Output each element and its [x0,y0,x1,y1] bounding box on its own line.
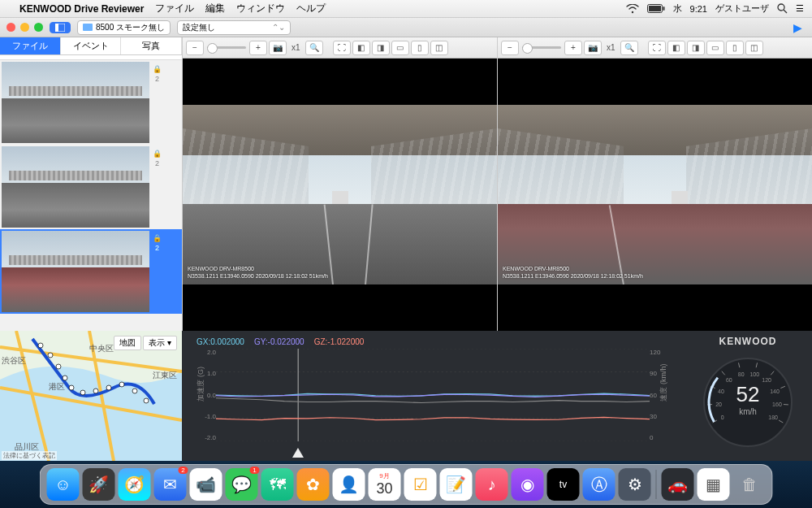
minimize-window-icon[interactable] [20,23,29,32]
speed-value: 52 [736,382,760,407]
mail-icon[interactable]: ✉2 [154,468,187,501]
menu-edit[interactable]: 編集 [205,2,225,15]
map-panel[interactable]: 港区 中央区 江東区 渋谷区 品川区 地図 表示 ▾ 法律に基づく表記 [0,331,182,461]
finder-icon[interactable]: ☺ [47,468,80,501]
thumbnail-item[interactable]: 🔒2 [0,60,182,145]
menu-help[interactable]: ヘルプ [296,2,326,15]
gz-value: GZ:-1.022000 [314,337,365,346]
folder-selector[interactable]: 8500 スモーク無し [77,20,171,35]
contacts-icon[interactable]: 👤 [333,468,365,501]
thumbnail-image [2,62,149,143]
close-window-icon[interactable] [6,23,15,32]
control-center-icon[interactable]: ☰ [796,3,804,14]
tv-icon[interactable]: tv [547,468,580,501]
layout-5-button[interactable]: ◫ [430,41,448,55]
music-icon[interactable]: ♪ [476,468,508,501]
menubar-day: 水 [673,2,682,15]
video-overlay: KENWOOD DRV-MR8500 N3538.1211 E13946.059… [188,266,328,280]
thumbnail-image [2,231,149,312]
zoom-reset-button[interactable]: 🔍 [620,41,638,55]
menu-file[interactable]: ファイル [155,2,194,15]
thumbnail-item-selected[interactable]: 🔒2 [0,229,182,314]
menubar-user[interactable]: ゲストユーザ [715,2,769,15]
layout-1-button[interactable]: ◧ [352,41,370,55]
layout-2-button[interactable]: ◨ [687,41,705,55]
photos-icon[interactable]: ✿ [297,468,330,501]
tab-file[interactable]: ファイル [0,37,61,54]
wifi-icon[interactable] [626,4,639,14]
drive-reviewer-dock-icon[interactable]: 🚗 [662,468,694,501]
spotlight-icon[interactable] [777,3,788,14]
svg-point-4 [778,4,784,11]
facetime-icon[interactable]: 📹 [190,468,222,501]
map-legal[interactable]: 法律に基づく表記 [2,451,57,460]
svg-point-11 [56,364,61,369]
svg-point-0 [631,11,633,12]
zoom-slider[interactable] [207,46,246,49]
stickies-icon[interactable]: ▦ [698,468,730,501]
layout-2-button[interactable]: ◨ [372,41,390,55]
fullscreen-button[interactable]: ⛶ [333,41,351,55]
maps-icon[interactable]: 🗺 [261,468,294,501]
video-frame-front[interactable]: KENWOOD DRV-MR8500 N3538.1211 E13946.059… [183,59,497,331]
layout-3-button[interactable]: ▭ [391,41,409,55]
lock-icon[interactable]: 🔒 [153,234,162,242]
snapshot-button[interactable]: 📷 [584,41,602,55]
video-toolbar: − + 📷 x1 🔍 ⛶ ◧ ◨ ▭ ▯ ◫ [183,37,497,59]
setting-dropdown[interactable]: 設定無し ⌃⌄ [177,20,291,35]
appstore-icon[interactable]: Ⓐ [583,468,615,501]
play-button[interactable]: ▶ [790,21,806,34]
map-display-button[interactable]: 表示 ▾ [143,336,177,350]
svg-rect-2 [649,6,661,11]
folder-name: 8500 スモーク無し [96,22,165,33]
battery-icon[interactable] [647,4,665,13]
map-type-button[interactable]: 地図 [114,336,141,350]
zoom-out-button[interactable]: − [186,41,204,55]
video-panel-rear: − + 📷 x1 🔍 ⛶ ◧ ◨ ▭ ▯ ◫ [497,37,812,331]
app-name[interactable]: KENWOOD Drive Reviewer [19,3,144,15]
trash-icon[interactable]: 🗑 [733,468,766,501]
zoom-in-button[interactable]: + [564,41,582,55]
lock-icon[interactable]: 🔒 [153,150,162,158]
lock-icon[interactable]: 🔒 [153,65,162,73]
messages-icon[interactable]: 💬1 [226,468,258,501]
menu-window[interactable]: ウィンドウ [236,2,285,15]
tab-event[interactable]: イベント [61,37,122,54]
macos-dock[interactable]: ☺ 🚀 🧭 ✉2 📹 💬1 🗺 ✿ 👤 9月30 ☑ 📝 ♪ ◉ tv Ⓐ ⚙ … [40,464,773,505]
video-frame-rear[interactable]: KENWOOD DRV-MR8500 N3538.1211 E13946.059… [498,59,812,331]
svg-point-15 [93,389,98,393]
reminders-icon[interactable]: ☑ [404,468,437,501]
launchpad-icon[interactable]: 🚀 [83,468,115,501]
speedometer: KENWOOD 020406080100120140160180 52 km/h [684,331,812,461]
gsensor-chart[interactable]: GX:0.002000 GY:-0.022000 GZ:-1.022000 加速… [182,331,684,461]
safari-icon[interactable]: 🧭 [119,468,151,501]
thumb-badge: 2 [155,75,159,83]
svg-point-9 [38,343,43,348]
calendar-icon[interactable]: 9月30 [369,468,401,501]
layout-1-button[interactable]: ◧ [667,41,685,55]
layout-4-button[interactable]: ▯ [411,41,429,55]
gy-value: GY:-0.022000 [254,337,304,346]
zoom-window-icon[interactable] [34,23,43,32]
y-ticks-left: 2.01.00.0-1.0-2.0 [200,349,216,441]
tab-photo[interactable]: 写真 [121,37,182,54]
traffic-lights[interactable] [6,23,43,32]
layout-3-button[interactable]: ▭ [706,41,724,55]
podcasts-icon[interactable]: ◉ [512,468,544,501]
sidebar-toggle-button[interactable] [50,22,71,33]
thumbnail-list[interactable]: 🔒2 🔒2 🔒2 [0,60,182,331]
zoom-out-button[interactable]: − [501,41,519,55]
svg-point-16 [106,385,111,390]
settings-icon[interactable]: ⚙ [619,468,651,501]
svg-rect-3 [663,7,664,11]
zoom-in-button[interactable]: + [249,41,267,55]
layout-5-button[interactable]: ◫ [745,41,763,55]
notes-icon[interactable]: 📝 [440,468,473,501]
zoom-reset-button[interactable]: 🔍 [305,41,323,55]
fullscreen-button[interactable]: ⛶ [648,41,666,55]
zoom-slider[interactable] [522,46,561,49]
thumbnail-item[interactable]: 🔒2 [0,145,182,229]
playhead-handle[interactable] [292,448,304,458]
layout-4-button[interactable]: ▯ [726,41,744,55]
snapshot-button[interactable]: 📷 [269,41,287,55]
